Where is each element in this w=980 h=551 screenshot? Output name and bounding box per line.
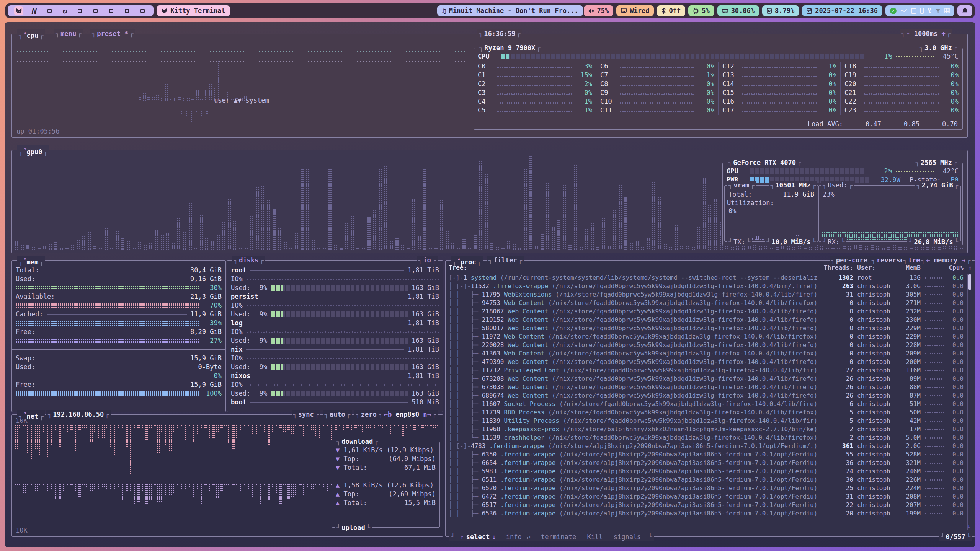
process-row[interactable]: │ │ ├─ 6654 .ferdium-wrappe (/nix/store/… (449, 459, 964, 467)
process-list: [-]-1 systemd (/run/current-system/syste… (449, 274, 964, 530)
mem-meter-row: 70% (12, 301, 225, 310)
core-grid: C03%C115%C22%C30%C41%C51%C60%C71%C80%C90… (474, 62, 962, 115)
window-title-pill[interactable]: Kitty Terminal (157, 5, 230, 16)
process-row[interactable]: │ │ ├─ 689674 Web Content (/nix/store/fq… (449, 391, 964, 400)
window-title: Kitty Terminal (170, 7, 225, 15)
memory-pill[interactable]: 30.06% (717, 5, 759, 16)
filter-button[interactable]: filter (487, 256, 524, 265)
per-core-toggle[interactable]: per-core (830, 256, 874, 265)
process-row[interactable]: │ │ ├─ 11732 Privileged Cont (/nix/store… (449, 366, 964, 375)
menu-button[interactable]: menu (54, 29, 83, 38)
workspace-6[interactable] (93, 9, 98, 13)
network-panel-title[interactable]: ³net (17, 410, 45, 419)
workspace-9[interactable] (140, 9, 145, 13)
process-row[interactable]: │ │ ├─ 6536 .ferdium-wrappe (/nix/store/… (449, 509, 964, 518)
core-row: C41% (474, 97, 596, 106)
sync-toggle[interactable]: sync (292, 410, 320, 419)
volume-pill[interactable]: 75% (584, 5, 614, 16)
workspace-5[interactable] (78, 9, 82, 13)
network-panel: ³net 192.168.86.50 sync auto zero ←b enp… (11, 414, 443, 537)
grid-icon[interactable] (944, 8, 950, 13)
status-modules: 75% Wired Off 5% 30.06% 8.79% 2025-07-22… (584, 5, 972, 16)
sort-column-selector[interactable]: ← memory → (920, 256, 972, 265)
process-row[interactable]: [-]-1 systemd (/run/current-system/syste… (449, 274, 964, 282)
disk-name-row: nixos1,81 TiB (227, 372, 443, 380)
process-row[interactable]: │ │ └─ 11539 crashhelper (/nix/store/fqa… (449, 434, 964, 442)
select-down-icon[interactable]: ↓ (492, 533, 496, 541)
workspace-active[interactable] (14, 6, 23, 15)
scroll-down-icon[interactable]: ↓ (967, 522, 970, 531)
disks-panel-title[interactable]: disks (232, 256, 265, 265)
process-row[interactable]: │ │ ├─ 673288 Web Content (/nix/store/fq… (449, 375, 964, 383)
notifications-pill[interactable] (957, 5, 972, 16)
process-row[interactable]: │ │ ├─ 219152 Web Content (/nix/store/fq… (449, 316, 964, 324)
process-row[interactable]: │ │ ├─ 5983 .ferdium-wrappe (/nix/store/… (449, 467, 964, 476)
gpu-panel-title[interactable]: ⁵gpu0 (17, 145, 49, 155)
process-row[interactable]: │ [-]-4783 .ferdium-wrappe (/nix/store/a… (449, 442, 964, 450)
process-row[interactable]: │ │ ├─ 11607 Socket Process (/nix/store/… (449, 400, 964, 408)
process-row[interactable]: │ │ ├─ 220028 Web Content (/nix/store/fq… (449, 341, 964, 349)
process-row[interactable]: │ │ ├─ 11972 Web Content (/nix/store/fqa… (449, 333, 964, 341)
network-pill[interactable]: Wired (616, 5, 654, 16)
cpu-pill[interactable]: 5% (688, 5, 714, 16)
bluetooth-pill[interactable]: Off (657, 5, 685, 16)
clock-pill[interactable]: 2025-07-22 16:36 (802, 5, 882, 16)
disk-name-row: nix1,81 TiB (227, 345, 443, 354)
process-row[interactable]: │ [-]-11532 .firefox-wrappe (/nix/store/… (449, 282, 964, 290)
process-row[interactable]: │ │ ├─ 6520 .ferdium-wrappe (/nix/store/… (449, 484, 964, 492)
workspace-3[interactable] (47, 9, 52, 13)
workspace-refresh[interactable]: ↻ (62, 6, 67, 15)
core-row: C115% (474, 71, 596, 80)
process-row[interactable]: │ │ ├─ 479390 Web Content (/nix/store/fq… (449, 358, 964, 366)
sort-direction-icon[interactable]: ↑ (964, 264, 972, 272)
update-interval[interactable]: - 1000ms + (900, 29, 952, 38)
info-button[interactable]: info (506, 533, 522, 541)
bluetooth-value: Off (669, 7, 681, 15)
cpu-panel-title[interactable]: ¹cpu (17, 29, 45, 38)
interface-selector[interactable]: ←b enp8s0 n→ (377, 410, 438, 419)
auto-toggle[interactable]: auto (323, 410, 352, 419)
bluetooth-icon (662, 8, 666, 14)
signals-button[interactable]: signals (614, 533, 641, 541)
gpu-model: GeForce RTX 4070 (727, 158, 802, 167)
process-row[interactable]: │ │ ├─ 94753 Web Content (/nix/store/fqa… (449, 299, 964, 307)
funnel-icon[interactable] (935, 8, 941, 13)
io-toggle[interactable]: io (416, 256, 438, 265)
wave-icon[interactable] (900, 9, 907, 13)
process-row[interactable]: │ │ ├─ 673038 Web Content (/nix/store/fq… (449, 383, 964, 391)
preset-button[interactable]: preset * (90, 29, 135, 38)
process-row[interactable]: │ │ ├─ 580017 Web Content (/nix/store/fq… (449, 324, 964, 333)
gpu-freq: 2565 MHz (914, 158, 959, 167)
core-row: C160% (718, 97, 840, 106)
process-panel-title[interactable]: ⁴proc (451, 256, 483, 265)
process-row[interactable]: │ │ ├─ 6472 .ferdium-wrappe (/nix/store/… (449, 492, 964, 501)
phone-icon[interactable] (920, 8, 924, 14)
process-row[interactable]: │ │ ├─ 6517 .ferdium-wrappe (/nix/store/… (449, 501, 964, 509)
workspace-nixos[interactable]: N (32, 6, 37, 16)
process-row[interactable]: │ │ ├─ 11839 Utility Process (/nix/store… (449, 417, 964, 425)
terminate-button[interactable]: terminate (541, 533, 576, 541)
process-footer: ↑select↓ info↵ terminate Kill signals (449, 532, 654, 541)
process-row[interactable]: │ │ ├─ 6350 .ferdium-wrappe (/nix/store/… (449, 450, 964, 459)
disk-pill[interactable]: 8.79% (762, 5, 799, 16)
process-scrollbar[interactable]: ↓ (967, 274, 972, 530)
select-up-icon[interactable]: ↑ (460, 533, 464, 541)
scrollbar-thumb[interactable] (968, 274, 971, 290)
memory-panel-title[interactable]: ²mem (17, 256, 45, 265)
process-row[interactable]: │ │ ├─ 6511 .ferdium-wrappe (/nix/store/… (449, 476, 964, 484)
check-icon[interactable]: ✓ (890, 8, 897, 14)
media-pill[interactable]: ♫ Minuit Machine - Don't Run Fro... (437, 5, 583, 16)
process-row[interactable]: │ │ ├─ 11795 WebExtensions (/nix/store/f… (449, 290, 964, 299)
key-icon[interactable] (928, 8, 931, 14)
process-row[interactable]: │ │ ├─ 41363 Web Content (/nix/store/fqa… (449, 349, 964, 358)
process-row[interactable]: │ │ ├─ 218067 Web Content (/nix/store/fq… (449, 307, 964, 316)
upload-total: ▲ Total:15,5 MiB (332, 499, 439, 507)
process-row[interactable]: │ │ ├─ 11968 .keepassxc-prox (/nix/store… (449, 425, 964, 434)
process-row[interactable]: │ │ ├─ 11739 RDD Process (/nix/store/fqa… (449, 408, 964, 417)
clipboard-icon[interactable] (911, 8, 916, 14)
kill-button[interactable]: Kill (587, 533, 603, 541)
core-row: C170% (718, 106, 840, 115)
workspace-7[interactable] (109, 9, 113, 13)
workspace-8[interactable] (125, 9, 129, 13)
select-button[interactable]: select (466, 533, 490, 541)
